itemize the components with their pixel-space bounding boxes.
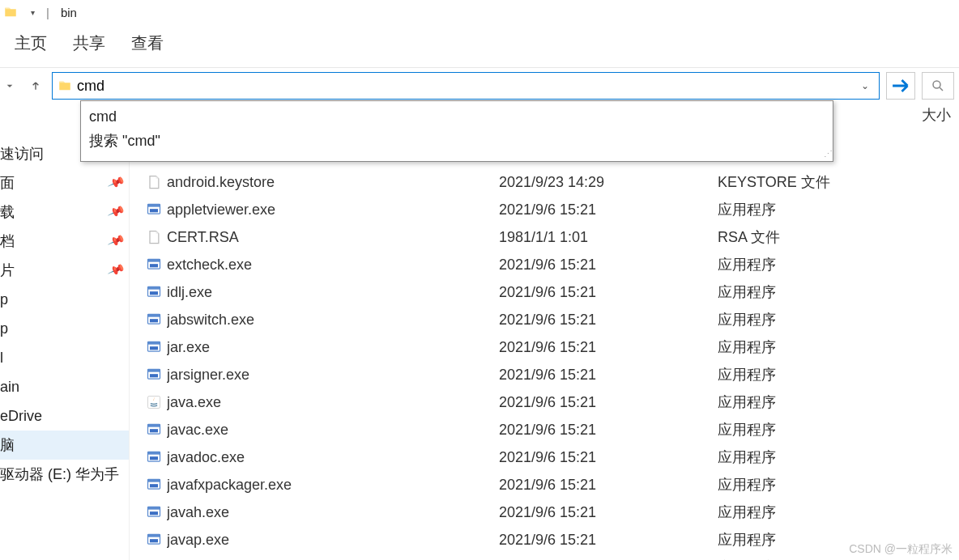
file-date: 2021/9/6 15:21 <box>499 202 718 218</box>
svg-rect-9 <box>150 291 158 295</box>
search-box[interactable] <box>922 72 954 100</box>
file-name: jarsigner.exe <box>167 367 499 384</box>
ribbon-tabs: 主页 共享 查看 <box>0 24 959 67</box>
svg-rect-24 <box>148 452 160 454</box>
sidebar-item[interactable]: 载📌 <box>0 197 129 227</box>
sidebar-item-label: 驱动器 (E:) 华为手 <box>0 465 119 484</box>
file-name: appletviewer.exe <box>167 202 499 218</box>
suggestion-item[interactable]: 搜索 "cmd" <box>81 129 833 153</box>
file-name: android.keystore <box>167 174 499 191</box>
main-area: 速访问面📌载📌档📌片📌pplaineDrive脑驱动器 (E:) 华为手 and… <box>0 104 959 560</box>
exe-icon <box>146 202 167 218</box>
file-name: java.exe <box>167 394 499 411</box>
resize-handle-icon[interactable]: ⋰ <box>824 149 831 159</box>
file-row[interactable]: jabswitch.exe2021/9/6 15:21应用程序 <box>146 306 959 333</box>
address-input[interactable] <box>77 73 851 99</box>
column-size[interactable]: 大小 <box>922 105 951 125</box>
sidebar-item[interactable]: l <box>0 343 129 372</box>
sidebar-item-label: l <box>0 350 3 367</box>
file-name: javafxpackager.exe <box>167 477 499 494</box>
sidebar-item-label: eDrive <box>0 408 42 425</box>
exe-icon <box>146 257 167 273</box>
sidebar-item-label: 脑 <box>0 435 15 455</box>
sidebar-item-label: ain <box>0 379 19 396</box>
file-row[interactable]: javap.exe2021/9/6 15:21应用程序 <box>146 526 959 554</box>
sidebar-item-label: 速访问 <box>0 144 44 163</box>
file-type: 应用程序 <box>718 282 959 302</box>
caret-down-icon[interactable]: ▾ <box>31 8 35 17</box>
file-row[interactable]: jarsigner.exe2021/9/6 15:21应用程序 <box>146 361 959 388</box>
address-bar[interactable]: ⌄ <box>52 72 880 100</box>
tab-view[interactable]: 查看 <box>131 32 164 54</box>
file-name: javadoc.exe <box>167 449 499 466</box>
file-date: 2021/9/23 14:29 <box>499 174 718 191</box>
file-row[interactable]: jar.exe2021/9/6 15:21应用程序 <box>146 333 959 361</box>
svg-rect-21 <box>148 424 160 426</box>
sidebar-item[interactable]: p <box>0 314 129 343</box>
sidebar-item-label: p <box>0 320 8 337</box>
svg-rect-27 <box>148 479 160 482</box>
pin-icon: 📌 <box>106 173 126 192</box>
svg-rect-12 <box>150 319 158 322</box>
file-type: 应用程序 <box>718 365 959 384</box>
file-date: 2021/9/6 15:21 <box>499 422 718 439</box>
file-type: 应用程序 <box>718 475 959 494</box>
svg-rect-11 <box>148 314 160 316</box>
folder-icon <box>58 78 72 93</box>
tab-home[interactable]: 主页 <box>15 32 47 54</box>
folder-icon <box>3 5 18 19</box>
window-title: bin <box>61 6 77 19</box>
svg-rect-17 <box>148 369 160 371</box>
sidebar-item[interactable]: ain <box>0 372 129 401</box>
svg-rect-5 <box>148 259 160 261</box>
file-row[interactable]: CERT.RSA1981/1/1 1:01RSA 文件 <box>146 223 959 251</box>
up-button[interactable] <box>26 76 45 95</box>
chevron-down-icon[interactable]: ⌄ <box>856 80 874 91</box>
exe-icon <box>146 312 167 328</box>
svg-rect-31 <box>150 511 158 515</box>
file-list: android.keystore2021/9/23 14:29KEYSTORE … <box>130 104 959 560</box>
file-row[interactable]: android.keystore2021/9/23 14:29KEYSTORE … <box>146 168 959 196</box>
sidebar-item[interactable]: p <box>0 285 129 314</box>
go-button[interactable] <box>886 72 915 100</box>
suggestion-item[interactable]: cmd <box>81 104 833 129</box>
exe-icon <box>146 422 167 438</box>
svg-rect-30 <box>148 507 160 509</box>
file-name: jabswitch.exe <box>167 312 499 329</box>
svg-rect-15 <box>150 346 158 350</box>
file-date: 2021/9/6 15:21 <box>499 257 718 274</box>
sidebar-item[interactable]: eDrive <box>0 401 129 431</box>
sidebar-item[interactable]: 面📌 <box>0 168 129 197</box>
file-date: 2021/9/6 15:21 <box>499 532 718 549</box>
sidebar-item[interactable]: 驱动器 (E:) 华为手 <box>0 460 129 489</box>
sidebar-item[interactable]: 档📌 <box>0 227 129 256</box>
exe-icon <box>146 367 167 383</box>
file-type: KEYSTORE 文件 <box>718 172 959 192</box>
file-date: 2021/9/6 15:21 <box>499 367 718 384</box>
file-type: 应用程序 <box>718 503 959 522</box>
file-row[interactable]: javac.exe2021/9/6 15:21应用程序 <box>146 416 959 443</box>
svg-rect-28 <box>150 484 158 487</box>
file-row[interactable]: idlj.exe2021/9/6 15:21应用程序 <box>146 278 959 306</box>
file-name: idlj.exe <box>167 284 499 301</box>
tab-share[interactable]: 共享 <box>73 32 105 54</box>
back-dropdown[interactable] <box>0 76 19 95</box>
address-bar-row: ⌄ <box>0 68 959 104</box>
file-type: 应用程序 <box>718 310 959 329</box>
file-row[interactable]: javadoc.exe2021/9/6 15:21应用程序 <box>146 443 959 471</box>
sidebar-item[interactable]: 片📌 <box>0 256 129 285</box>
file-icon <box>146 229 167 245</box>
file-type: 应用程序 <box>718 392 959 412</box>
file-row[interactable]: javapackager.exe2021/9/6 15:21应用程序 <box>146 554 959 560</box>
file-name: CERT.RSA <box>167 229 499 246</box>
file-date: 2021/9/6 15:21 <box>499 449 718 466</box>
file-row[interactable]: javah.exe2021/9/6 15:21应用程序 <box>146 498 959 526</box>
sidebar-item-label: 面 <box>0 173 15 193</box>
file-row[interactable]: javafxpackager.exe2021/9/6 15:21应用程序 <box>146 471 959 498</box>
file-row[interactable]: extcheck.exe2021/9/6 15:21应用程序 <box>146 251 959 278</box>
file-type: 应用程序 <box>718 337 959 357</box>
file-row[interactable]: java.exe2021/9/6 15:21应用程序 <box>146 388 959 416</box>
svg-rect-25 <box>150 456 158 460</box>
sidebar-item[interactable]: 脑 <box>0 431 129 460</box>
file-row[interactable]: appletviewer.exe2021/9/6 15:21应用程序 <box>146 196 959 223</box>
